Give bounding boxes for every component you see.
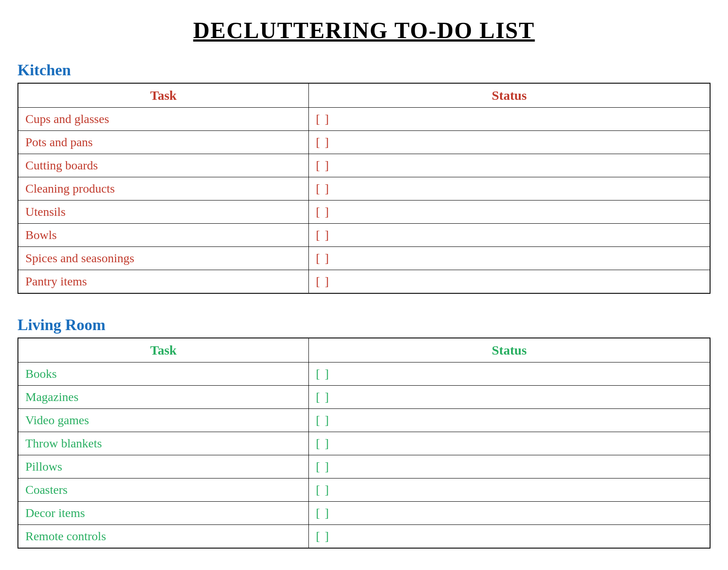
kitchen-table-row: Pots and pans[ ] — [18, 131, 710, 154]
kitchen-heading: Kitchen — [18, 61, 710, 79]
kitchen-table-row: Pantry items[ ] — [18, 270, 710, 294]
kitchen-table-row: Cutting boards[ ] — [18, 154, 710, 177]
kitchen-table-row: Utensils[ ] — [18, 201, 710, 224]
living-room-section: Living Room Task Status Books[ ]Magazine… — [18, 316, 710, 549]
kitchen-status-cell[interactable]: [ ] — [308, 247, 710, 270]
living-room-status-cell[interactable]: [ ] — [308, 362, 710, 386]
kitchen-table-row: Bowls[ ] — [18, 224, 710, 247]
kitchen-table-row: Cleaning products[ ] — [18, 177, 710, 201]
living-room-task-cell: Decor items — [18, 502, 308, 525]
kitchen-task-cell: Cups and glasses — [18, 108, 308, 131]
living-room-table-row: Decor items[ ] — [18, 502, 710, 525]
living-room-task-cell: Video games — [18, 409, 308, 432]
kitchen-status-cell[interactable]: [ ] — [308, 131, 710, 154]
living-room-task-cell: Coasters — [18, 479, 308, 502]
living-room-status-cell[interactable]: [ ] — [308, 502, 710, 525]
living-room-table-row: Throw blankets[ ] — [18, 432, 710, 455]
kitchen-task-cell: Pantry items — [18, 270, 308, 294]
kitchen-status-cell[interactable]: [ ] — [308, 177, 710, 201]
kitchen-status-cell[interactable]: [ ] — [308, 224, 710, 247]
kitchen-table-row: Cups and glasses[ ] — [18, 108, 710, 131]
kitchen-task-cell: Spices and seasonings — [18, 247, 308, 270]
living-room-task-cell: Books — [18, 362, 308, 386]
living-room-heading: Living Room — [18, 316, 710, 334]
living-room-status-cell[interactable]: [ ] — [308, 409, 710, 432]
kitchen-status-cell[interactable]: [ ] — [308, 154, 710, 177]
living-room-status-cell[interactable]: [ ] — [308, 479, 710, 502]
kitchen-task-cell: Cutting boards — [18, 154, 308, 177]
kitchen-status-header: Status — [308, 83, 710, 108]
living-room-task-cell: Remote controls — [18, 525, 308, 549]
kitchen-table-header: Task Status — [18, 83, 710, 108]
living-room-task-cell: Throw blankets — [18, 432, 308, 455]
kitchen-task-header: Task — [18, 83, 308, 108]
living-room-task-cell: Magazines — [18, 386, 308, 409]
kitchen-status-cell[interactable]: [ ] — [308, 201, 710, 224]
kitchen-table-row: Spices and seasonings[ ] — [18, 247, 710, 270]
living-room-table: Task Status Books[ ]Magazines[ ]Video ga… — [18, 338, 710, 549]
kitchen-task-cell: Bowls — [18, 224, 308, 247]
page-title: DECLUTTERING TO-DO LIST — [18, 18, 710, 43]
living-room-task-cell: Pillows — [18, 455, 308, 479]
kitchen-task-cell: Pots and pans — [18, 131, 308, 154]
living-room-task-header: Task — [18, 338, 308, 362]
living-room-table-row: Remote controls[ ] — [18, 525, 710, 549]
living-room-status-cell[interactable]: [ ] — [308, 525, 710, 549]
living-room-table-row: Magazines[ ] — [18, 386, 710, 409]
living-room-table-row: Pillows[ ] — [18, 455, 710, 479]
living-room-status-cell[interactable]: [ ] — [308, 386, 710, 409]
living-room-table-row: Video games[ ] — [18, 409, 710, 432]
living-room-table-header: Task Status — [18, 338, 710, 362]
kitchen-status-cell[interactable]: [ ] — [308, 270, 710, 294]
living-room-status-cell[interactable]: [ ] — [308, 455, 710, 479]
living-room-table-row: Books[ ] — [18, 362, 710, 386]
kitchen-task-cell: Cleaning products — [18, 177, 308, 201]
kitchen-table: Task Status Cups and glasses[ ]Pots and … — [18, 83, 710, 294]
living-room-status-cell[interactable]: [ ] — [308, 432, 710, 455]
kitchen-section: Kitchen Task Status Cups and glasses[ ]P… — [18, 61, 710, 294]
living-room-status-header: Status — [308, 338, 710, 362]
kitchen-status-cell[interactable]: [ ] — [308, 108, 710, 131]
living-room-table-row: Coasters[ ] — [18, 479, 710, 502]
kitchen-task-cell: Utensils — [18, 201, 308, 224]
